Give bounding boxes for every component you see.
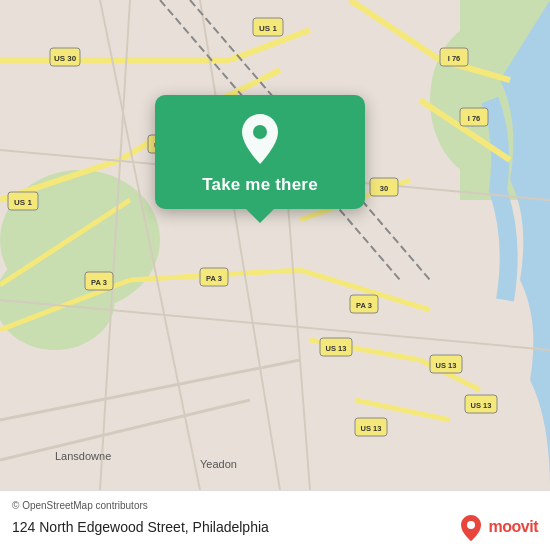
map-background: US 30 US 1 US 1 US 1 I 76 I 76 30 PA 3 P…: [0, 0, 550, 490]
address-row: 124 North Edgewood Street, Philadelphia …: [12, 513, 538, 541]
svg-text:US 13: US 13: [326, 344, 347, 353]
svg-point-2: [0, 250, 115, 350]
svg-point-61: [253, 125, 267, 139]
svg-text:Lansdowne: Lansdowne: [55, 450, 111, 462]
svg-text:US 1: US 1: [259, 24, 277, 33]
address-text: 124 North Edgewood Street, Philadelphia: [12, 519, 269, 535]
svg-text:US 1: US 1: [14, 198, 32, 207]
svg-point-62: [467, 521, 475, 529]
moovit-logo: moovit: [457, 513, 538, 541]
svg-text:US 13: US 13: [436, 361, 457, 370]
take-me-there-button[interactable]: Take me there: [202, 175, 318, 195]
svg-text:PA 3: PA 3: [91, 278, 107, 287]
svg-text:I 76: I 76: [448, 54, 461, 63]
svg-text:US 13: US 13: [361, 424, 382, 433]
svg-text:US 13: US 13: [471, 401, 492, 410]
osm-attribution: © OpenStreetMap contributors: [12, 500, 538, 511]
location-pin-icon: [234, 113, 286, 165]
location-popup[interactable]: Take me there: [155, 95, 365, 209]
bottom-bar: © OpenStreetMap contributors 124 North E…: [0, 490, 550, 550]
svg-text:PA 3: PA 3: [206, 274, 222, 283]
moovit-icon: [457, 513, 485, 541]
svg-text:Yeadon: Yeadon: [200, 458, 237, 470]
svg-text:30: 30: [380, 184, 388, 193]
svg-text:I 76: I 76: [468, 114, 481, 123]
moovit-text: moovit: [489, 518, 538, 536]
map-container: US 30 US 1 US 1 US 1 I 76 I 76 30 PA 3 P…: [0, 0, 550, 490]
svg-text:US 30: US 30: [54, 54, 77, 63]
svg-text:PA 3: PA 3: [356, 301, 372, 310]
